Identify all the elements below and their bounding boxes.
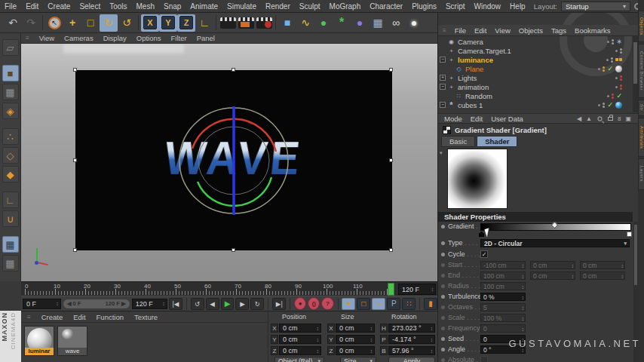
max-frame-field[interactable]: 120 F↕ <box>132 299 167 309</box>
gradient-black-knot[interactable] <box>479 232 484 237</box>
vp-menu-view[interactable]: View <box>39 34 54 42</box>
turbulence-field[interactable]: 0 %↕ <box>480 293 526 301</box>
next-frame-button[interactable]: ▶ <box>235 298 249 310</box>
object-row-animation[interactable]: − + animation <box>438 82 633 91</box>
last-tool-button[interactable]: ↺ <box>118 14 136 32</box>
timeline-ruler[interactable]: 0 10 20 30 40 50 60 70 80 90 100 110 120… <box>21 281 437 296</box>
menu-render[interactable]: Render <box>261 2 295 11</box>
menu-file[interactable]: File <box>0 2 21 11</box>
object-row-random[interactable]: ∷ Random ✓ <box>438 91 633 100</box>
viewport-canvas[interactable]: WAVE <box>21 44 437 281</box>
position-y-field[interactable]: 0 cm↕ <box>279 335 321 344</box>
rotate-tool-button[interactable]: ↻ <box>100 14 118 32</box>
subdivision-surface-button[interactable]: ● <box>314 14 333 32</box>
previous-frame-button[interactable]: ◀ <box>206 298 219 310</box>
preview-expand-icon[interactable]: ▾ <box>440 150 443 156</box>
menu-script[interactable]: Script <box>441 2 470 11</box>
menu-simulate[interactable]: Simulate <box>222 2 261 11</box>
cycle-checkbox[interactable]: ✓ <box>480 250 488 258</box>
scale-tool-button[interactable]: □ <box>81 14 100 32</box>
position-x-field[interactable]: 0 cm↕ <box>279 324 321 333</box>
target-tag-icon[interactable]: ∗ <box>616 38 622 45</box>
menu-mesh[interactable]: Mesh <box>132 2 159 11</box>
mat-menu-edit[interactable]: Edit <box>73 313 85 321</box>
history-back-icon[interactable]: ◀ <box>577 115 581 122</box>
rotation-p-field[interactable]: -4.174 °↕ <box>388 335 435 344</box>
play-button[interactable]: ▶ <box>221 298 235 310</box>
layout-dropdown[interactable]: Startup ▾ <box>561 2 630 11</box>
object-row-plane[interactable]: ◇ Plane ✓ <box>438 64 633 73</box>
light-button[interactable]: ● <box>405 14 423 32</box>
goto-start-button[interactable]: |◀ <box>169 298 182 310</box>
selection-handle[interactable] <box>73 248 77 252</box>
key-parameter-button[interactable]: P <box>387 298 400 310</box>
goto-end-button[interactable]: ▶| <box>272 298 286 310</box>
tab-objects[interactable]: Objects <box>638 11 644 42</box>
key-scale-button[interactable]: □ <box>357 298 370 310</box>
coord-mode-dropdown[interactable]: Object (Rel)▾ <box>274 357 324 362</box>
environment-button[interactable]: ▦ <box>369 14 387 32</box>
record-keyframe-button[interactable]: ● <box>294 297 306 310</box>
om-menu-tags[interactable]: Tags <box>551 26 566 35</box>
om-menu-objects[interactable]: Objects <box>519 26 543 35</box>
key-position-button[interactable]: + <box>342 298 355 310</box>
om-menu-bookmarks[interactable]: Bookmarks <box>575 26 611 35</box>
menu-help[interactable]: Help <box>505 2 530 11</box>
vp-menu-filter[interactable]: Filter <box>171 34 187 42</box>
render-view-button[interactable] <box>219 14 237 32</box>
lock-z-axis-button[interactable]: Z <box>177 14 195 32</box>
am-menu-mode[interactable]: Mode <box>444 115 462 123</box>
viewport-panel[interactable]: ≡ View Cameras Display Options Filter Pa… <box>21 33 437 281</box>
tab-shader[interactable]: Shader <box>477 136 517 147</box>
collapse-toggle-icon[interactable]: − <box>440 57 446 63</box>
edges-mode-button[interactable]: ◇ <box>2 147 19 164</box>
menu-window[interactable]: Window <box>470 2 506 11</box>
object-row-camera[interactable]: ◉ Camera ∗ <box>438 37 633 46</box>
menu-plugins[interactable]: Plugins <box>407 2 441 11</box>
vp-menu-options[interactable]: Options <box>136 34 161 42</box>
vp-menu-display[interactable]: Display <box>103 34 127 42</box>
vp-menu-cameras[interactable]: Cameras <box>64 34 94 42</box>
object-row-luminance[interactable]: − + luminance <box>438 55 633 64</box>
menu-character[interactable]: Character <box>365 2 407 11</box>
timeline-playhead[interactable] <box>388 283 394 296</box>
tab-layers[interactable]: Layers <box>638 158 644 190</box>
polygons-mode-button[interactable]: ◆ <box>2 166 19 183</box>
menu-sculpt[interactable]: Sculpt <box>295 2 325 11</box>
om-menu-file[interactable]: File <box>455 26 466 35</box>
end-frame-field[interactable]: 120 F↕ <box>398 284 436 295</box>
om-menu-view[interactable]: View <box>495 26 510 35</box>
menu-create[interactable]: Create <box>43 2 75 11</box>
search-icon[interactable] <box>597 116 602 121</box>
am-menu-edit[interactable]: Edit <box>471 115 483 123</box>
mat-menu-create[interactable]: Create <box>41 313 63 321</box>
workplane-lock-button[interactable]: ▦ <box>2 236 19 253</box>
am-menu-userdata[interactable]: User Data <box>491 115 523 123</box>
material-luminar[interactable]: luminar <box>24 326 54 356</box>
record-selection-button[interactable]: () <box>308 297 320 310</box>
size-x-field[interactable]: 0 cm↕ <box>336 324 375 333</box>
selection-handle[interactable] <box>73 68 77 72</box>
gradient-white-knot[interactable] <box>627 232 632 237</box>
size-mode-dropdown[interactable]: Size▾ <box>340 357 376 362</box>
workplane-grid-button[interactable]: ▦ <box>2 255 19 272</box>
menu-mograph[interactable]: MoGraph <box>325 2 366 11</box>
apply-button[interactable]: Apply <box>388 357 435 362</box>
make-editable-button[interactable]: ▱ <box>2 39 19 56</box>
stepper-icon[interactable]: ↕ <box>162 301 165 306</box>
rotation-b-field[interactable]: 57.96 °↕ <box>388 346 435 355</box>
tab-content-browser[interactable]: Content Browser <box>638 44 644 98</box>
texture-tag-icon[interactable] <box>615 66 622 72</box>
enabled-check-icon[interactable]: ✓ <box>607 65 613 72</box>
selection-handle[interactable] <box>73 158 77 162</box>
object-row-cubes1[interactable]: − * cubes 1 ✓ <box>438 100 633 109</box>
tab-structure[interactable]: Str <box>638 100 644 116</box>
mat-menu-function[interactable]: Function <box>97 313 124 321</box>
link-icon[interactable]: 8 <box>618 115 621 122</box>
menu-tools[interactable]: Tools <box>105 2 131 11</box>
keyframe-tags-icon[interactable] <box>615 58 622 61</box>
rotation-h-field[interactable]: 273.023 °↕ <box>388 324 435 333</box>
history-forward-icon[interactable]: ▲ <box>586 115 592 122</box>
enabled-check-icon[interactable]: ✓ <box>616 92 622 100</box>
key-rotation-button[interactable]: ○ <box>372 298 385 310</box>
